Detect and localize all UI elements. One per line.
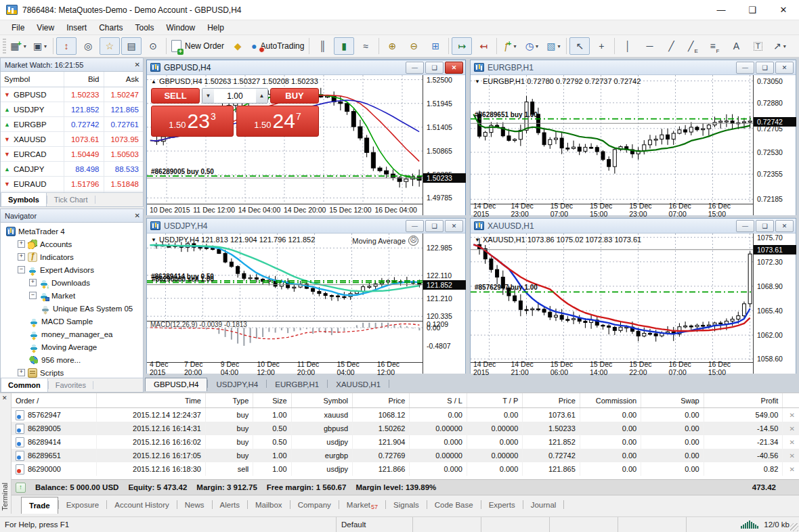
chart-close-button[interactable]: ✕: [775, 62, 794, 74]
cursor-button[interactable]: ↖: [569, 37, 590, 55]
chart-minimize-button[interactable]: —: [736, 62, 754, 74]
chevron-down-icon[interactable]: ▾: [24, 43, 26, 49]
one-click-toggle-icon[interactable]: ▼: [151, 237, 156, 243]
volume-increase-icon[interactable]: ▲: [256, 89, 267, 103]
orders-column-profit[interactable]: Profit: [704, 393, 783, 408]
terminal-tab-journal[interactable]: Journal: [523, 495, 564, 514]
navigator-tab-favorites[interactable]: Favorites: [49, 378, 93, 392]
chevron-down-icon[interactable]: ▾: [536, 43, 538, 49]
navigator-toggle-button[interactable]: ☆: [100, 37, 120, 55]
orders-column-type[interactable]: Type: [205, 393, 253, 408]
new-order-button[interactable]: New Order: [169, 37, 226, 55]
chevron-down-icon[interactable]: ▾: [783, 43, 786, 49]
order-row-86289651[interactable]: 862896512015.12.16 16:17:05buy1.00eurgbp…: [12, 449, 799, 462]
chart-restore-button[interactable]: ❑: [756, 220, 774, 232]
close-order-icon[interactable]: ✕: [790, 466, 795, 473]
chart-minimize-button[interactable]: —: [406, 62, 424, 74]
candlestick-mode-button[interactable]: ▮: [334, 37, 354, 55]
timeframes-button[interactable]: ◷▾: [521, 37, 542, 55]
market-watch-row[interactable]: ▲EURGBP0.727420.72761: [1, 117, 143, 132]
tree-item-accounts[interactable]: +Accounts: [1, 238, 143, 250]
minimize-window-icon[interactable]: —: [706, 0, 737, 20]
maximize-window-icon[interactable]: ❑: [737, 0, 768, 20]
market-watch-toggle-button[interactable]: ↕: [56, 37, 77, 55]
order-row-85762947[interactable]: 857629472015.12.14 12:24:37buy1.00xauusd…: [12, 408, 799, 422]
time-axis[interactable]: 10 Dec 201511 Dec 12:0014 Dec 04:0014 De…: [147, 204, 423, 215]
tree-item-956-more-[interactable]: 956 more...: [1, 353, 143, 366]
chart-window-titlebar[interactable]: GBPUSD,H4—❑✕: [147, 60, 465, 75]
collapse-icon[interactable]: −: [18, 266, 25, 273]
menu-item[interactable]: Insert: [60, 22, 93, 34]
expand-icon[interactable]: +: [18, 369, 25, 376]
time-axis[interactable]: 14 Dec 201514 Dec 23:0015 Dec 07:0015 De…: [471, 204, 753, 215]
volume-value[interactable]: 1.00: [214, 89, 256, 103]
terminal-tab-mailbox[interactable]: Mailbox: [248, 495, 290, 514]
time-axis[interactable]: 14 Dec 201514 Dec 21:0015 Dec 06:0015 De…: [471, 362, 753, 374]
menu-item[interactable]: Window: [160, 22, 202, 34]
text-label-button[interactable]: T: [748, 37, 768, 55]
menu-item[interactable]: Tools: [129, 22, 160, 34]
close-icon[interactable]: ✕: [135, 212, 140, 219]
column-ask[interactable]: Ask: [104, 72, 144, 87]
chart-close-button[interactable]: ✕: [445, 220, 463, 232]
tree-item-unique-eas-system-05[interactable]: Unique EAs System 05: [1, 302, 143, 315]
market-watch-tab-symbols[interactable]: Symbols: [1, 193, 47, 206]
terminal-tab-exposure[interactable]: Exposure: [59, 495, 107, 514]
autotrading-button[interactable]: ●AutoTrading: [249, 37, 306, 55]
orders-column-commission[interactable]: Commission: [580, 393, 641, 408]
tree-item-market[interactable]: −Market: [1, 289, 143, 302]
terminal-tab-alerts[interactable]: Alerts: [213, 495, 247, 514]
buy-price-panel[interactable]: 1.50247: [236, 106, 319, 137]
sell-button[interactable]: SELL: [151, 88, 200, 104]
terminal-tab-company[interactable]: Company: [290, 495, 339, 514]
chart-tab-gbpusd-h4[interactable]: GBPUSD,H4: [145, 378, 207, 391]
terminal-tab-trade[interactable]: Trade: [21, 497, 58, 514]
price-axis[interactable]: 1075.701072.301068.901065.401062.001058.…: [753, 234, 796, 374]
chart-restore-button[interactable]: ❑: [756, 62, 774, 74]
tree-item-downloads[interactable]: +Downloads: [1, 276, 143, 289]
column-symbol[interactable]: Symbol: [1, 72, 64, 87]
tree-item-indicators[interactable]: +Indicators: [1, 250, 143, 263]
tree-item-moving-average[interactable]: Moving Average: [1, 340, 143, 353]
tile-windows-button[interactable]: ⊞: [425, 37, 446, 55]
chart-window-titlebar[interactable]: XAUUSD,H1—❑✕: [471, 219, 796, 234]
chart-tab-eurgbp-h1[interactable]: EURGBP,H1: [267, 378, 327, 391]
close-order-icon[interactable]: ✕: [790, 425, 795, 433]
tree-item-macd-sample[interactable]: MACD Sample: [1, 315, 143, 328]
zoom-out-button[interactable]: ⊖: [404, 37, 424, 55]
terminal-tab-experts[interactable]: Experts: [481, 495, 523, 514]
terminal-tab-account-history[interactable]: Account History: [107, 495, 177, 514]
text-button[interactable]: A: [726, 37, 746, 55]
market-watch-tab-tick-chart[interactable]: Tick Chart: [47, 193, 95, 206]
strategy-tester-button[interactable]: ⊙: [143, 37, 163, 55]
tree-item-scripts[interactable]: +Scripts: [1, 366, 143, 378]
orders-column-s-l[interactable]: S / L: [410, 393, 467, 408]
chart-restore-button[interactable]: ❑: [425, 62, 444, 74]
terminal-tab-code-base[interactable]: Code Base: [427, 495, 481, 514]
chart-close-button[interactable]: ✕: [445, 62, 463, 74]
resize-grip[interactable]: [790, 523, 798, 531]
vertical-line-button[interactable]: │: [618, 37, 638, 55]
indicators-list-button[interactable]: ƒ+▾: [500, 37, 520, 55]
expand-icon[interactable]: +: [18, 253, 25, 261]
close-order-icon[interactable]: ✕: [790, 452, 795, 460]
orders-column-t-p[interactable]: T / P: [467, 393, 522, 408]
menu-item[interactable]: Charts: [93, 22, 129, 34]
chart-minimize-button[interactable]: —: [736, 220, 754, 232]
sell-price-panel[interactable]: 1.50233: [151, 106, 234, 137]
terminal-tab-market[interactable]: Market57: [339, 495, 385, 514]
close-icon[interactable]: ✕: [2, 395, 7, 401]
price-axis[interactable]: 122.985122.110121.210120.3350.12090.00-0…: [423, 234, 466, 374]
market-watch-row[interactable]: ▲CADJPY88.49888.533: [1, 162, 143, 177]
chart-restore-button[interactable]: ❑: [425, 220, 444, 232]
close-order-icon[interactable]: ✕: [790, 412, 795, 419]
time-axis[interactable]: 4 Dec 20157 Dec 20:009 Dec 04:0010 Dec 1…: [147, 362, 423, 374]
one-click-toggle-icon[interactable]: ▼: [475, 79, 480, 85]
orders-column-close[interactable]: [783, 393, 799, 408]
status-profile[interactable]: Default: [337, 517, 413, 532]
close-order-icon[interactable]: ✕: [790, 439, 795, 446]
orders-column-price[interactable]: Price: [523, 393, 580, 408]
equidistant-channel-button[interactable]: ╱E: [683, 37, 703, 55]
toolbar-grip[interactable]: [3, 39, 6, 53]
arrows-button[interactable]: ↗▾: [769, 37, 790, 55]
